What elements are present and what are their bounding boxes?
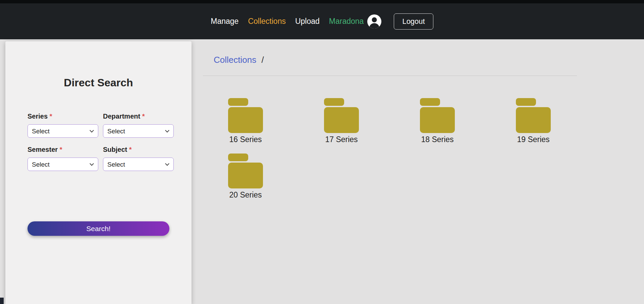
series-field: Series * Select <box>28 113 98 138</box>
required-asterisk: * <box>142 113 145 120</box>
folder-icon <box>227 154 264 188</box>
direct-search-panel: Direct Search Series * Select Department <box>5 41 192 304</box>
semester-select[interactable]: Select <box>28 158 98 171</box>
breadcrumb: Collections / <box>214 55 644 65</box>
subject-select[interactable]: Select <box>103 158 174 171</box>
semester-field: Semester * Select <box>28 146 98 171</box>
bottom-left-edge-fragment <box>0 298 4 304</box>
page: Manage Collections Upload Maradona Log <box>0 0 644 304</box>
folder-16-series[interactable]: 16 Series <box>227 98 264 144</box>
breadcrumb-divider <box>203 76 577 76</box>
main-nav: Manage Collections Upload Maradona Log <box>211 13 433 30</box>
breadcrumb-collections-link[interactable]: Collections <box>214 55 256 65</box>
folder-label: 19 Series <box>517 135 549 144</box>
person-circle-icon[interactable] <box>367 14 382 29</box>
series-label: Series * <box>28 113 98 120</box>
top-edge-strip <box>0 0 644 3</box>
user-menu[interactable]: Maradona <box>329 14 382 29</box>
semester-label: Semester * <box>28 146 98 154</box>
collections-folder-grid: 16 Series 17 Series 18 Series <box>227 98 644 200</box>
breadcrumb-separator: / <box>261 55 264 65</box>
department-select-wrap: Select <box>103 124 174 138</box>
subject-field: Subject * Select <box>103 146 174 171</box>
panel-title: Direct Search <box>5 77 192 89</box>
semester-select-wrap: Select <box>28 158 98 171</box>
folder-icon <box>323 98 360 133</box>
series-label-text: Series <box>28 113 48 120</box>
folder-icon <box>515 98 552 133</box>
subject-select-wrap: Select <box>103 158 174 171</box>
department-field: Department * Select <box>103 113 174 138</box>
folder-20-series[interactable]: 20 Series <box>227 154 264 200</box>
folder-icon <box>227 98 264 133</box>
nav-manage[interactable]: Manage <box>211 17 238 26</box>
folder-label: 17 Series <box>325 135 358 144</box>
folder-icon <box>419 98 456 133</box>
subject-label: Subject * <box>103 146 174 154</box>
series-select[interactable]: Select <box>28 124 98 138</box>
nav-collections[interactable]: Collections <box>248 17 286 26</box>
semester-label-text: Semester <box>28 146 58 153</box>
folder-17-series[interactable]: 17 Series <box>323 98 360 144</box>
folder-label: 16 Series <box>229 135 262 144</box>
required-asterisk: * <box>129 146 132 153</box>
folder-label: 20 Series <box>229 190 262 200</box>
folder-18-series[interactable]: 18 Series <box>419 98 456 144</box>
required-asterisk: * <box>50 113 52 120</box>
search-button[interactable]: Search! <box>28 221 169 236</box>
logout-button[interactable]: Logout <box>394 13 433 30</box>
folder-label: 18 Series <box>421 135 453 144</box>
department-label-text: Department <box>103 113 140 120</box>
subject-label-text: Subject <box>103 146 127 153</box>
top-navbar: Manage Collections Upload Maradona Log <box>0 3 644 39</box>
folder-19-series[interactable]: 19 Series <box>515 98 552 144</box>
series-select-wrap: Select <box>28 124 98 138</box>
nav-username: Maradona <box>329 17 364 26</box>
department-select[interactable]: Select <box>103 124 174 138</box>
main-content: Collections / 16 Series 17 Series <box>192 39 644 304</box>
nav-upload[interactable]: Upload <box>295 17 320 26</box>
direct-search-form: Series * Select Department * Sele <box>28 113 179 171</box>
department-label: Department * <box>103 113 174 120</box>
required-asterisk: * <box>60 146 62 153</box>
